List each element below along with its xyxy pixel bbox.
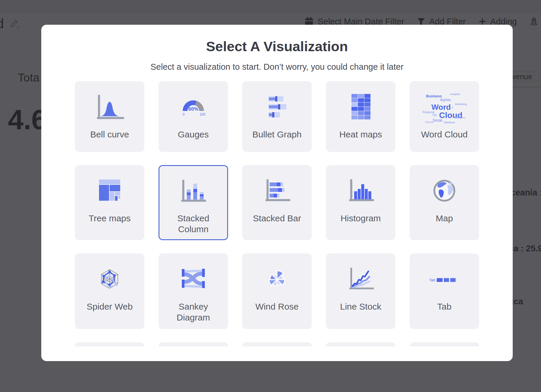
spider-web-icon [93, 261, 127, 297]
sankey-diagram-icon [176, 261, 210, 297]
line-stock-icon [344, 261, 378, 297]
viz-card-heat-maps[interactable]: Heat maps [326, 81, 395, 152]
viz-card-label: Stacked Bar [253, 213, 301, 224]
viz-card-label: Line Stock [340, 301, 381, 312]
word-cloud-word: Marketing [455, 103, 467, 106]
viz-card-label: Wind Rose [255, 301, 299, 312]
modal-subtitle: Select a visualization to start. Don’t w… [41, 62, 513, 72]
viz-card-stacked-bar[interactable]: Stacked Bar [242, 165, 312, 240]
viz-card-line-stock[interactable]: Line Stock [326, 253, 395, 329]
word-cloud-word: Database [444, 121, 455, 124]
screen: d Select Main Date Filter [0, 0, 541, 392]
viz-card-label: Stacked Column [164, 213, 223, 235]
viz-card-tab[interactable]: Tab Tab [410, 253, 479, 329]
viz-grid-scroll-area[interactable]: Bell curve 60% 0 100 Gauges [75, 81, 479, 346]
word-cloud-word: Platform [456, 116, 466, 119]
stacked-bar-icon [260, 173, 294, 209]
word-cloud-word: IT [451, 106, 454, 109]
viz-card-partial[interactable] [326, 342, 395, 346]
viz-card-label: Histogram [341, 213, 381, 224]
viz-card-partial[interactable] [159, 342, 228, 346]
viz-card-label: Gauges [178, 129, 209, 140]
word-cloud-word: HR [433, 114, 437, 117]
stacked-column-icon [176, 173, 210, 209]
viz-card-map[interactable]: Map [410, 165, 479, 240]
viz-card-label: Tab [437, 301, 451, 312]
viz-card-word-cloud[interactable]: Business Analytics BigData Word Marketin… [410, 81, 479, 152]
word-cloud-word: BigData [440, 98, 451, 102]
viz-card-label: Heat maps [339, 129, 382, 140]
histogram-icon [344, 173, 378, 209]
viz-card-bell-curve[interactable]: Bell curve [75, 81, 144, 152]
modal-title: Select A Visualization [41, 38, 513, 55]
word-cloud-word: Social [433, 118, 442, 122]
heat-map-icon [346, 89, 375, 125]
word-cloud-word: Fitness [425, 121, 434, 124]
word-cloud-icon: Business Analytics BigData Word Marketin… [421, 89, 468, 125]
gauge-max-label: 100 [199, 112, 205, 117]
select-visualization-modal: Select A Visualization Select a visualiz… [41, 25, 513, 361]
viz-card-partial[interactable] [242, 342, 312, 346]
viz-card-label: Sankey Diagram [164, 301, 223, 323]
viz-card-label: Word Cloud [421, 129, 468, 140]
viz-card-stacked-column[interactable]: Stacked Column [159, 165, 228, 240]
tab-icon-label: Tab [429, 278, 435, 282]
viz-card-sankey-diagram[interactable]: Sankey Diagram [159, 253, 228, 329]
viz-card-label: Bell curve [90, 129, 129, 140]
viz-card-bullet-graph[interactable]: Bullet Graph [242, 81, 312, 152]
viz-grid: Bell curve 60% 0 100 Gauges [75, 81, 479, 346]
viz-card-partial[interactable] [410, 342, 479, 346]
wind-rose-icon [260, 261, 294, 297]
gauge-value-label: 60% [188, 106, 198, 112]
word-cloud-word: Word [431, 103, 451, 112]
viz-card-label: Map [436, 213, 453, 224]
viz-card-wind-rose[interactable]: Wind Rose [242, 253, 312, 329]
viz-card-histogram[interactable]: Histogram [326, 165, 395, 240]
viz-card-tree-maps[interactable]: Tree maps [75, 165, 144, 240]
tab-icon: Tab [427, 261, 461, 297]
viz-card-partial[interactable] [75, 342, 144, 346]
gauge-icon: 60% 0 100 [176, 89, 210, 125]
viz-card-label: Tree maps [89, 213, 131, 224]
gauge-min-label: 0 [183, 112, 185, 117]
word-cloud-word: Analytics [450, 93, 461, 96]
globe-map-icon [427, 173, 461, 209]
viz-card-label: Spider Web [87, 301, 133, 312]
tree-map-icon [93, 173, 127, 209]
bullet-graph-icon [260, 89, 294, 125]
viz-card-gauges[interactable]: 60% 0 100 Gauges [159, 81, 228, 152]
word-cloud-word: Business [426, 94, 442, 98]
viz-card-spider-web[interactable]: Spider Web [75, 253, 144, 329]
viz-card-label: Bullet Graph [253, 129, 302, 140]
bell-curve-icon [93, 89, 127, 125]
